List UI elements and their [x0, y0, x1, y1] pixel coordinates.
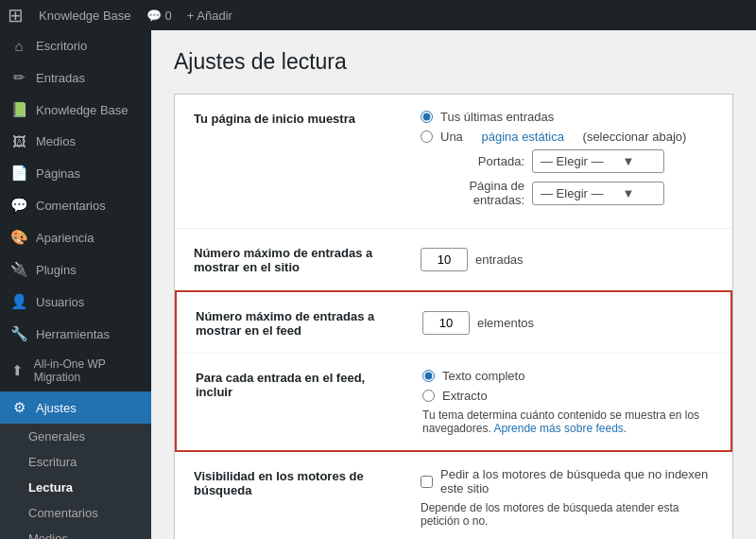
site-name[interactable]: Knowledge Base [39, 9, 131, 23]
chevron-down-icon2: ▼ [622, 186, 634, 200]
row-max-feed: Número máximo de entradas a mostrar en e… [177, 292, 730, 354]
comment-icon: 💬 [9, 197, 28, 214]
sidebar: ⌂ Escritorio ✏ Entradas 📗 Knowledge Base… [0, 30, 151, 539]
sidebar-item-apariencia[interactable]: 🎨 Apariencia [0, 221, 151, 253]
sidebar-item-knowledge-base[interactable]: 📗 Knowledge Base [0, 94, 151, 126]
row-feed-content: Para cada entrada en el feed, incluir Te… [177, 354, 730, 450]
label-visibilidad: Visibilidad en los motores de búsqueda [194, 467, 402, 528]
value-feed-content: Texto completo Extracto Tu tema determin… [422, 369, 712, 435]
noindex-checkbox[interactable] [421, 476, 433, 488]
submenu-generales[interactable]: Generales [0, 424, 151, 449]
visibilidad-note: Depende de los motores de búsqueda atend… [421, 501, 713, 528]
label-feed-content: Para cada entrada en el feed, incluir [196, 369, 404, 435]
option-extract: Extracto [422, 389, 712, 403]
radio-latest-posts[interactable] [421, 111, 433, 123]
wp-logo: ⊞ [8, 4, 24, 26]
submenu-comentarios[interactable]: Comentarios [0, 500, 151, 526]
static-page-link[interactable]: página estática [481, 130, 563, 144]
media-icon: 🖼 [9, 133, 28, 149]
portada-select[interactable]: — Elegir — ▼ [532, 149, 664, 173]
home-icon: ⌂ [9, 38, 28, 54]
entradas-row: Página de entradas: — Elegir — ▼ [421, 179, 713, 207]
sidebar-item-comentarios[interactable]: 💬 Comentarios [0, 189, 151, 221]
label-inicio: Tu página de inicio muestra [194, 110, 402, 213]
max-entradas-input[interactable] [421, 248, 468, 271]
book-icon: 📗 [9, 101, 28, 118]
entradas-select[interactable]: — Elegir — ▼ [532, 182, 664, 205]
comment-icon: 💬 [146, 9, 162, 23]
label-max-feed: Número máximo de entradas a mostrar en e… [196, 307, 404, 338]
value-inicio: Tus últimas entradas Una página estática… [421, 110, 713, 213]
radio-extract[interactable] [422, 390, 435, 402]
migration-icon: ⬆ [9, 362, 26, 379]
option-latest-posts: Tus últimas entradas [421, 110, 713, 124]
entradas-label: Página de entradas: [421, 179, 524, 207]
option-static-page: Una página estática (seleccionar abajo) [421, 130, 713, 144]
settings-table: Tu página de inicio muestra Tus últimas … [174, 94, 733, 539]
submenu-escritura[interactable]: Escritura [0, 449, 151, 475]
row-visibilidad: Visibilidad en los motores de búsqueda P… [175, 452, 732, 539]
sidebar-item-paginas[interactable]: 📄 Páginas [0, 157, 151, 189]
feed-learn-more-link[interactable]: Aprende más sobre feeds [493, 422, 623, 435]
ajustes-submenu: Generales Escritura Lectura Comentarios … [0, 424, 151, 539]
sidebar-item-allinone[interactable]: ⬆ All-in-One WP Migration [0, 350, 151, 391]
sidebar-item-ajustes[interactable]: ⚙ Ajustes [0, 391, 151, 424]
submenu-lectura[interactable]: Lectura [0, 475, 151, 500]
user-icon: 👤 [9, 293, 28, 310]
sidebar-item-plugins[interactable]: 🔌 Plugins [0, 253, 151, 286]
add-new-button[interactable]: + Añadir [187, 9, 232, 23]
value-visibilidad: Pedir a los motores de búsqueda que no i… [421, 467, 713, 528]
sidebar-item-usuarios[interactable]: 👤 Usuarios [0, 286, 151, 318]
portada-row: Portada: — Elegir — ▼ [421, 149, 713, 173]
main-content: Ajustes de lectura Tu página de inicio m… [151, 30, 756, 539]
chevron-down-icon: ▼ [622, 154, 634, 168]
settings-icon: ⚙ [9, 399, 28, 416]
value-max-feed: elementos [422, 307, 712, 338]
row-max-entradas: Número máximo de entradas a mostrar en e… [175, 229, 732, 290]
sidebar-item-entradas[interactable]: ✏ Entradas [0, 61, 151, 94]
value-max-entradas: entradas [421, 244, 713, 274]
portada-label: Portada: [421, 154, 524, 168]
edit-icon: ✏ [9, 69, 28, 86]
comment-count[interactable]: 💬 0 [146, 9, 172, 23]
appearance-icon: 🎨 [9, 229, 28, 246]
sidebar-item-escritorio[interactable]: ⌂ Escritorio [0, 30, 151, 61]
topbar: ⊞ Knowledge Base 💬 0 + Añadir [0, 0, 756, 30]
label-max-entradas: Número máximo de entradas a mostrar en e… [194, 244, 402, 274]
submenu-medios[interactable]: Medios [0, 526, 151, 539]
radio-full-text[interactable] [422, 370, 435, 382]
sidebar-item-medios[interactable]: 🖼 Medios [0, 126, 151, 157]
sidebar-item-herramientas[interactable]: 🔧 Herramientas [0, 318, 151, 350]
feed-note: Tu tema determina cuánto contenido se mu… [422, 409, 712, 435]
highlighted-section: Número máximo de entradas a mostrar en e… [175, 290, 732, 452]
option-full-text: Texto completo [422, 369, 712, 383]
page-title: Ajustes de lectura [174, 49, 733, 75]
row-inicio: Tu página de inicio muestra Tus últimas … [175, 95, 732, 229]
page-icon: 📄 [9, 165, 28, 182]
tools-icon: 🔧 [9, 325, 28, 342]
radio-static-page[interactable] [421, 130, 433, 143]
plugin-icon: 🔌 [9, 261, 28, 278]
option-no-index: Pedir a los motores de búsqueda que no i… [421, 467, 713, 496]
max-feed-input[interactable] [422, 311, 470, 335]
